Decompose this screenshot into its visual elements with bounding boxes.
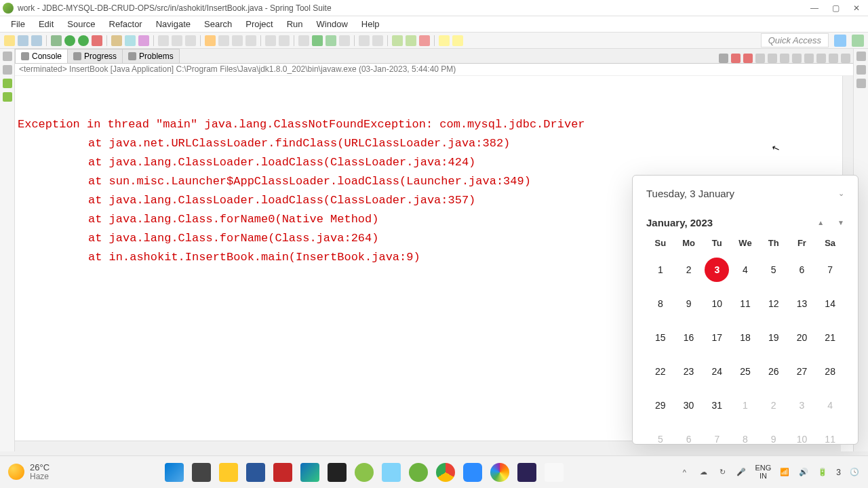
restore-right-icon[interactable]: [856, 52, 866, 61]
tool-stepinto-icon[interactable]: [406, 35, 416, 46]
calendar-day[interactable]: 25: [733, 359, 757, 384]
tool-search-icon[interactable]: [172, 35, 182, 46]
calendar-header-date[interactable]: Tuesday, 3 January: [646, 188, 734, 199]
tool-marker-icon[interactable]: [205, 35, 216, 46]
tool-terminal-icon[interactable]: [339, 35, 350, 46]
tool-saveall-icon[interactable]: [31, 35, 42, 46]
calendar-day[interactable]: 27: [789, 359, 814, 384]
calendar-day[interactable]: 13: [789, 291, 814, 316]
open-console-icon[interactable]: [816, 54, 826, 63]
calendar-day[interactable]: 1: [733, 393, 757, 418]
tool-debug-icon[interactable]: [51, 35, 62, 46]
calendar-day[interactable]: 1: [648, 258, 673, 282]
close-button[interactable]: ✕: [853, 3, 860, 13]
calendar-day[interactable]: 16: [677, 325, 701, 350]
menu-project[interactable]: Project: [240, 18, 278, 30]
max-view-icon[interactable]: [841, 54, 850, 63]
scroll-lock-icon[interactable]: [768, 54, 777, 63]
tool-task-icon[interactable]: [185, 35, 196, 46]
calendar-day[interactable]: 21: [818, 325, 842, 350]
notification-badge[interactable]: 3: [836, 468, 841, 477]
calendar-day[interactable]: 11: [733, 291, 757, 316]
calendar-day[interactable]: 14: [818, 291, 842, 316]
explorer-icon[interactable]: [219, 463, 238, 482]
pin-console-icon[interactable]: [792, 54, 802, 63]
notepad-icon[interactable]: [382, 463, 401, 482]
tool-layout-icon[interactable]: [359, 35, 370, 46]
remove-launch-icon[interactable]: [731, 54, 741, 63]
boot-dash-icon[interactable]: [3, 79, 12, 88]
word-wrap-icon[interactable]: [780, 54, 789, 63]
tool-open-icon[interactable]: [158, 35, 169, 46]
tool-boot-icon[interactable]: [312, 35, 323, 46]
tool-prev-icon[interactable]: [439, 35, 450, 46]
tool-run-icon[interactable]: [64, 35, 75, 46]
tool-newpkg-icon[interactable]: [111, 35, 122, 46]
maximize-button[interactable]: ▢: [832, 3, 840, 13]
collapse-icon[interactable]: ⌄: [838, 189, 844, 198]
tab-console[interactable]: Console: [15, 49, 68, 63]
java-icon[interactable]: [545, 463, 564, 482]
calendar-day[interactable]: 4: [818, 393, 842, 418]
quick-access-input[interactable]: Quick Access: [761, 33, 829, 47]
tool-back-icon[interactable]: [265, 35, 276, 46]
terminate-icon[interactable]: [719, 54, 728, 63]
calendar-day[interactable]: 15: [648, 325, 673, 350]
menu-window[interactable]: Window: [311, 18, 353, 30]
onedrive-icon[interactable]: ☁: [698, 467, 709, 478]
calendar-day[interactable]: 23: [677, 359, 701, 384]
calendar-day[interactable]: 19: [762, 325, 786, 350]
menu-run[interactable]: Run: [281, 18, 309, 30]
menu-source[interactable]: Source: [62, 18, 100, 30]
tab-progress[interactable]: Progress: [67, 49, 123, 63]
tool-relaunch-icon[interactable]: [326, 35, 336, 46]
tool-forward-icon[interactable]: [279, 35, 290, 46]
minimize-button[interactable]: —: [810, 3, 818, 13]
display-console-icon[interactable]: [804, 54, 814, 63]
calendar-day[interactable]: 24: [705, 359, 729, 384]
language-indicator[interactable]: ENGIN: [755, 464, 771, 480]
notification-icon[interactable]: 🕓: [849, 467, 860, 478]
eclipse-icon[interactable]: [517, 463, 536, 482]
calendar-day[interactable]: 6: [789, 258, 814, 282]
calendar-day[interactable]: 26: [762, 359, 786, 384]
paint-icon[interactable]: [490, 463, 509, 482]
task-list-icon[interactable]: [856, 79, 866, 88]
menu-file[interactable]: File: [5, 18, 31, 30]
spring-icon[interactable]: [409, 463, 428, 482]
tool-runlast-icon[interactable]: [78, 35, 89, 46]
tool-pin-icon[interactable]: [298, 35, 309, 46]
next-month-icon[interactable]: ▼: [837, 219, 844, 226]
calendar-day[interactable]: 8: [648, 291, 673, 316]
calendar-day[interactable]: 29: [648, 393, 673, 418]
tray-overflow-icon[interactable]: ^: [679, 467, 690, 478]
perspective-java-icon[interactable]: [834, 35, 846, 47]
sync-icon[interactable]: ↻: [717, 467, 728, 478]
tool-next-icon[interactable]: [452, 35, 463, 46]
calendar-day[interactable]: 7: [705, 427, 729, 451]
clear-console-icon[interactable]: [755, 54, 765, 63]
calendar-day[interactable]: 17: [705, 325, 729, 350]
volume-icon[interactable]: 🔊: [798, 467, 809, 478]
calendar-day[interactable]: 5: [762, 258, 786, 282]
chrome-icon[interactable]: [436, 463, 455, 482]
wifi-icon[interactable]: 📶: [779, 467, 790, 478]
tool-stop-icon[interactable]: [92, 35, 102, 46]
remove-all-icon[interactable]: [743, 54, 753, 63]
calendar-day[interactable]: 11: [818, 427, 842, 451]
calendar-day[interactable]: 6: [677, 427, 701, 451]
calendar-day[interactable]: 9: [677, 291, 701, 316]
word-icon[interactable]: [246, 463, 265, 482]
menu-navigate[interactable]: Navigate: [151, 18, 196, 30]
tool-new-icon[interactable]: [4, 35, 15, 46]
calendar-day[interactable]: 4: [733, 258, 757, 282]
calendar-day[interactable]: 10: [789, 427, 814, 451]
outline-icon[interactable]: [856, 65, 866, 75]
calendar-day[interactable]: 2: [762, 393, 786, 418]
calendar-day[interactable]: 9: [762, 427, 786, 451]
tab-problems[interactable]: Problems: [122, 49, 180, 63]
tool-newclass-icon[interactable]: [125, 35, 136, 46]
mcafee-icon[interactable]: [273, 463, 292, 482]
calendar-day[interactable]: 28: [818, 359, 842, 384]
menu-refactor[interactable]: Refactor: [104, 18, 148, 30]
